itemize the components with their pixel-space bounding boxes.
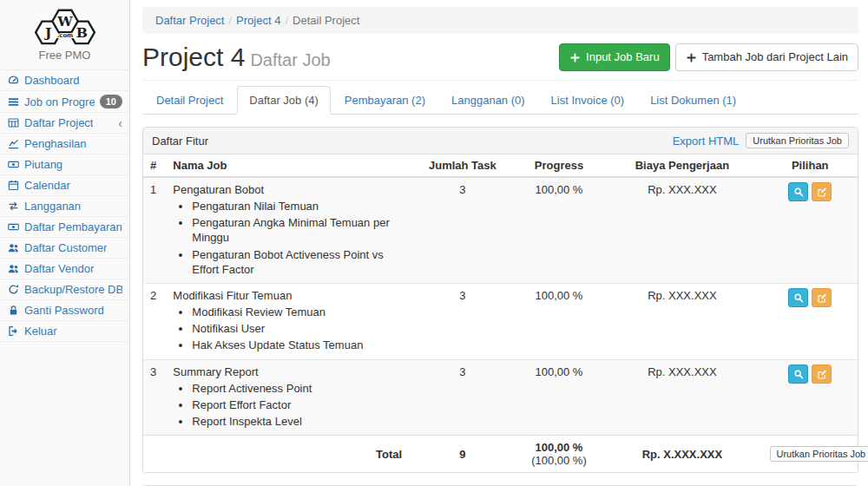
- button-label: Input Job Baru: [586, 49, 660, 65]
- subtask-item: Hak Akses Update Status Temuan: [192, 338, 402, 352]
- sidebar-item-label: Daftar Project: [24, 116, 93, 129]
- page-title: Project 4: [142, 43, 245, 71]
- row-number: 1: [143, 177, 166, 283]
- app-root: J W B .com Free PMO Dashboard Job on Pro…: [0, 0, 868, 486]
- sidebar-item-label: Langganan: [24, 200, 81, 213]
- task-count: 3: [409, 177, 516, 283]
- sidebar-item-ganti-password[interactable]: Ganti Password: [0, 299, 129, 320]
- sidebar-item-daftar-project[interactable]: Daftar Project ‹: [0, 112, 129, 133]
- total-tasks: 9: [409, 436, 516, 473]
- table-header-row: #Nama JobJumlah TaskProgressBiaya Penger…: [143, 154, 858, 177]
- edit-job-button[interactable]: [812, 288, 832, 307]
- plus-icon: [569, 52, 581, 63]
- tab-pembayaran-2[interactable]: Pembayaran (2): [332, 86, 437, 115]
- sidebar-item-calendar[interactable]: Calendar: [0, 174, 129, 195]
- job-name: Summary Report: [173, 364, 402, 379]
- tab-daftar-job-4[interactable]: Daftar Job (4): [237, 86, 330, 115]
- sidebar-item-label: Daftar Pembayaran: [24, 220, 122, 233]
- export-html-link[interactable]: Export HTML: [673, 135, 740, 148]
- sidebar-item-label: Calendar: [24, 179, 70, 192]
- sidebar-item-label: Job on Progress: [24, 95, 95, 108]
- chart-line-icon: [8, 138, 19, 149]
- view-job-button[interactable]: [788, 182, 808, 201]
- sidebar-item-piutang[interactable]: Piutang: [0, 154, 129, 174]
- progress-value: 100,00 %: [516, 283, 602, 359]
- sidebar-item-penghasilan[interactable]: Penghasilan: [0, 133, 129, 154]
- sidebar-item-backup-restore-db[interactable]: Backup/Restore DB: [0, 279, 129, 299]
- tab-detail-project[interactable]: Detail Project: [144, 86, 235, 115]
- view-job-button[interactable]: [788, 364, 808, 384]
- breadcrumb: Daftar Project/Project 4/Detail Project: [142, 7, 858, 34]
- sort-priority-button[interactable]: Urutkan Prioritas Job: [770, 446, 868, 462]
- tambah-job-dari-project-lain-button[interactable]: Tambah Job dari Project Lain: [675, 43, 858, 71]
- panels: Daftar Fitur Export HTML Urutkan Priorit…: [142, 127, 858, 486]
- sidebar-item-dashboard[interactable]: Dashboard: [0, 69, 129, 90]
- sort-priority-button[interactable]: Urutkan Prioritas Job: [746, 133, 849, 148]
- job-table: #Nama JobJumlah TaskProgressBiaya Penger…: [143, 154, 858, 472]
- table-icon: [8, 117, 19, 128]
- cost-value: Rp. XXX.XXX: [602, 283, 762, 359]
- column-header-num: #: [143, 154, 166, 177]
- money-icon: [8, 221, 19, 233]
- tab-list-invoice-0[interactable]: List Invoice (0): [539, 86, 637, 115]
- sidebar-item-daftar-customer[interactable]: Daftar Customer: [0, 237, 129, 258]
- logo-dot-com: .com: [56, 32, 73, 39]
- breadcrumb-item-project-4[interactable]: Project 4: [236, 14, 280, 27]
- sidebar-item-daftar-pembayaran[interactable]: Daftar Pembayaran: [0, 216, 129, 237]
- input-job-baru-button[interactable]: Input Job Baru: [559, 43, 670, 71]
- breadcrumb-item-daftar-project[interactable]: Daftar Project: [155, 14, 224, 27]
- sidebar-item-langganan[interactable]: Langganan: [0, 195, 129, 216]
- tab-list-dokumen-1[interactable]: List Dokumen (1): [638, 86, 748, 115]
- panel-heading: Daftar Fitur Export HTML Urutkan Priorit…: [143, 128, 858, 154]
- page-subtitle: Daftar Job: [250, 50, 330, 69]
- sidebar-item-job-on-progress[interactable]: Job on Progress 10: [0, 90, 129, 112]
- sidebar-item-label: Daftar Customer: [24, 241, 107, 254]
- repeat-icon: [8, 200, 19, 212]
- subtask-item: Report Inspekta Level: [192, 414, 402, 429]
- sidebar-item-label: Piutang: [24, 158, 62, 171]
- lock-icon: [8, 305, 19, 316]
- panel-title: Daftar Fitur: [152, 135, 208, 148]
- sidebar-item-label: Daftar Vendor: [24, 262, 94, 275]
- users-icon: [8, 263, 19, 274]
- tab-langganan-0[interactable]: Langganan (0): [439, 86, 537, 115]
- panel-daftar-fitur: Daftar Fitur Export HTML Urutkan Priorit…: [142, 127, 858, 473]
- job-name: Pengaturan Bobot: [173, 182, 402, 197]
- logo-letter-b: B: [76, 24, 87, 41]
- view-job-button[interactable]: [788, 288, 808, 307]
- subtask-list: Pengaturan Nilai TemuanPengaturan Angka …: [173, 199, 402, 277]
- sidebar: J W B .com Free PMO Dashboard Job on Pro…: [0, 0, 130, 486]
- chevron-left-icon: ‹: [118, 119, 122, 128]
- subtask-list: Modifikasi Review TemuanNotifikasi UserH…: [173, 305, 402, 352]
- brand[interactable]: J W B .com Free PMO: [0, 0, 129, 69]
- column-header-pilihan: Pilihan: [763, 154, 858, 177]
- job-name: Modifikasi Fitur Temuan: [173, 288, 402, 303]
- main-content: Daftar Project/Project 4/Detail Project …: [130, 0, 868, 486]
- sidebar-item-keluar[interactable]: Keluar: [0, 320, 129, 342]
- task-count: 3: [409, 283, 516, 359]
- money-icon: [8, 159, 19, 170]
- job-row: 2 Modifikasi Fitur Temuan Modifikasi Rev…: [143, 283, 858, 359]
- sign-out-icon: [8, 325, 19, 337]
- row-actions: [770, 288, 851, 307]
- total-progress: 100,00 %: [536, 441, 583, 454]
- row-actions: [770, 364, 851, 384]
- progress-value: 100,00 %: [516, 359, 602, 436]
- edit-job-button[interactable]: [812, 364, 832, 384]
- sidebar-item-daftar-vendor[interactable]: Daftar Vendor: [0, 258, 129, 279]
- button-label: Tambah Job dari Project Lain: [702, 49, 848, 65]
- subtask-item: Notifikasi User: [192, 321, 402, 336]
- breadcrumb-separator: /: [280, 14, 293, 27]
- edit-job-button[interactable]: [812, 182, 832, 201]
- subtask-item: Modifikasi Review Temuan: [192, 305, 402, 319]
- page-header: Project 4Daftar Job Input Job Baru Tamba…: [142, 34, 858, 81]
- subtask-list: Report Activeness PointReport Effort Fac…: [173, 381, 402, 429]
- cost-value: Rp. XXX.XXX: [602, 359, 762, 436]
- breadcrumb-item-detail-project: Detail Project: [293, 14, 359, 27]
- subtask-item: Pengaturan Angka Minimal Temuan per Ming…: [192, 215, 402, 245]
- subtask-item: Report Activeness Point: [192, 381, 402, 396]
- tab-bar: Detail ProjectDaftar Job (4)Pembayaran (…: [142, 86, 858, 115]
- column-header-progress: Progress: [516, 154, 602, 177]
- sidebar-menu: Dashboard Job on Progress 10 Daftar Proj…: [0, 69, 129, 342]
- logo-letter-w: W: [56, 13, 73, 30]
